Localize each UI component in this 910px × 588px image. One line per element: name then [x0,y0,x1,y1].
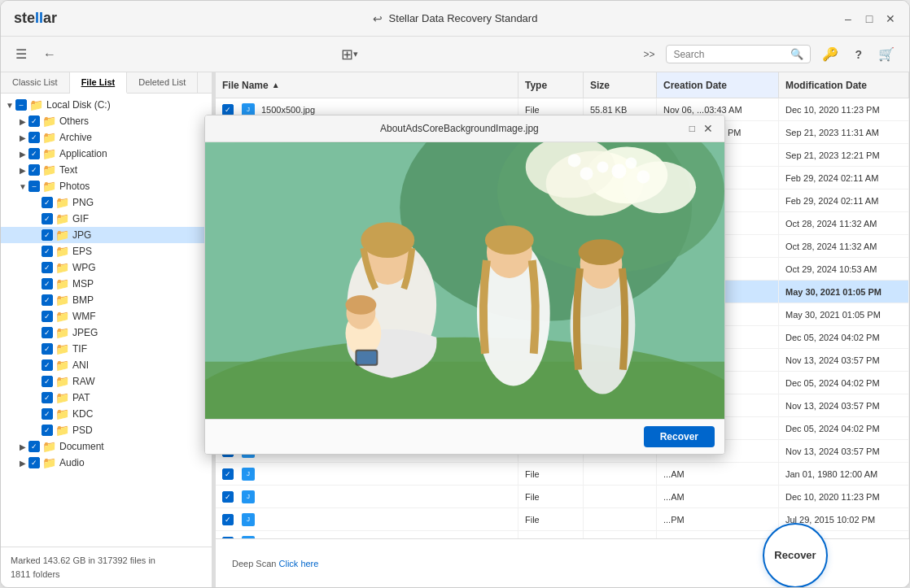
tree-checkbox-document[interactable]: ✓ [28,441,40,452]
tree-checkbox-bmp[interactable]: ✓ [42,294,53,306]
file-row[interactable]: ✓JFile...AMDec 10, 2020 11:23 PM [216,486,909,508]
help-button[interactable]: ? [850,45,867,64]
tree-checkbox-ani[interactable]: ✓ [42,359,53,371]
key-button[interactable]: 🔑 [817,43,843,65]
col-filename-label: File Name [222,80,269,91]
file-row[interactable]: ✓JFile...AMJan 01, 1980 12:00 AM [216,463,909,486]
tree-checkbox-eps[interactable]: ✓ [42,246,53,257]
tree-item-application[interactable]: ▶ ✓ 📁 Application [1,146,212,162]
tree-item-text[interactable]: ▶ ✓ 📁 Text [1,162,212,178]
search-input[interactable] [673,49,787,60]
tree-item-photos[interactable]: ▼ – 📁 Photos [1,178,212,194]
tree-checkbox-wpg[interactable]: ✓ [42,262,53,273]
window-controls: – □ ✕ [842,13,896,24]
tree-arrow-local-disk: ▼ [4,101,15,110]
tree-item-msp[interactable]: ✓ 📁 MSP [1,276,212,292]
file-cell-creation: ...PM [657,508,779,530]
file-cell-modified: Nov 13, 2024 03:57 PM [779,349,909,371]
tree-checkbox-application[interactable]: ✓ [28,148,40,159]
tree-checkbox-tif[interactable]: ✓ [42,343,53,355]
tree-checkbox-photos[interactable]: – [28,181,40,192]
tree-checkbox-raw[interactable]: ✓ [42,376,53,387]
folder-icon-text: 📁 [42,163,56,176]
tree-label-jpg: JPG [72,229,91,241]
tree-item-raw[interactable]: ✓ 📁 RAW [1,373,212,390]
back-button[interactable]: ← [38,44,61,65]
file-row-checkbox[interactable]: ✓ [222,491,234,503]
tree-item-gif[interactable]: ✓ 📁 GIF [1,211,212,227]
title-bar: stellar ↩ Stellar Data Recovery Standard… [1,1,909,37]
file-cell-name: ✓J [216,508,518,530]
tree-item-archive[interactable]: ▶ ✓ 📁 Archive [1,129,212,146]
tree-checkbox-pat[interactable]: ✓ [42,392,53,403]
tree-item-local-disk[interactable]: ▼ – 📁 Local Disk (C:) [1,97,212,113]
tree-checkbox-msp[interactable]: ✓ [42,278,53,290]
tree-item-jpg[interactable]: ✓ 📁 JPG [1,227,212,243]
modal-recover-button[interactable]: Recover [644,426,715,447]
tree-checkbox-gif[interactable]: ✓ [42,213,53,224]
file-cell-type: File [518,486,584,507]
tree-item-kdc[interactable]: ✓ 📁 KDC [1,406,212,422]
click-here-link[interactable]: Click here [279,559,319,568]
folder-icon-others: 📁 [42,115,56,128]
menu-button[interactable]: ☰ [11,43,32,65]
tree-arrow-others: ▶ [17,117,28,126]
tree-item-tif[interactable]: ✓ 📁 TIF [1,341,212,357]
tree-item-wmf[interactable]: ✓ 📁 WMF [1,308,212,324]
file-cell-modified: Jan 01, 1980 12:00 AM [779,463,909,485]
toolbar-right: >> 🔍 🔑 ? 🛒 [638,43,899,65]
tab-file-list[interactable]: File List [70,72,128,94]
tree-item-bmp[interactable]: ✓ 📁 BMP [1,292,212,308]
tree-item-ani[interactable]: ✓ 📁 ANI [1,357,212,373]
maximize-button[interactable]: □ [864,13,875,24]
tree-item-wpg[interactable]: ✓ 📁 WPG [1,259,212,276]
col-header-type[interactable]: Type [518,72,584,98]
app-logo: stellar [14,10,57,27]
svg-point-9 [611,163,626,178]
file-cell-modified: May 30, 2021 01:05 PM [779,303,909,325]
minimize-button[interactable]: – [842,13,854,24]
tree-checkbox-wmf[interactable]: ✓ [42,311,53,322]
tab-classic-list[interactable]: Classic List [1,72,70,93]
folder-icon-gif: 📁 [55,212,69,225]
tree-item-document[interactable]: ▶ ✓ 📁 Document [1,438,212,455]
modal-maximize-button[interactable]: □ [689,123,695,134]
tree-item-png[interactable]: ✓ 📁 PNG [1,194,212,211]
col-header-creation[interactable]: Creation Date [657,72,779,98]
tree-item-eps[interactable]: ✓ 📁 EPS [1,243,212,259]
recover-circle-button[interactable]: Recover [763,523,828,588]
close-button[interactable]: ✕ [885,13,896,24]
file-row-checkbox[interactable]: ✓ [222,104,234,115]
tree-checkbox-psd[interactable]: ✓ [42,425,53,436]
chevron-button[interactable]: >> [638,46,659,63]
file-row-checkbox[interactable]: ✓ [222,468,234,480]
col-header-modified[interactable]: Modification Date [779,72,909,98]
col-header-filename[interactable]: File Name ▲ [216,72,518,98]
tree-checkbox-text[interactable]: ✓ [28,164,40,176]
col-type-label: Type [525,80,547,91]
tree-checkbox-local-disk[interactable]: – [15,99,27,111]
tree-checkbox-others[interactable]: ✓ [28,115,40,127]
folder-icon-kdc: 📁 [55,407,69,420]
file-row-checkbox[interactable]: ✓ [222,514,234,525]
tree-checkbox-jpg[interactable]: ✓ [42,229,53,241]
tab-deleted-list[interactable]: Deleted List [127,72,198,93]
modal-close-button[interactable]: ✕ [700,120,716,137]
deep-scan-label: Deep Scan [232,559,276,568]
grid-view-button[interactable]: ⊞▾ [336,42,363,67]
cart-button[interactable]: 🛒 [873,43,899,65]
tree-item-jpeg[interactable]: ✓ 📁 JPEG [1,324,212,341]
tree-checkbox-archive[interactable]: ✓ [28,132,40,143]
toolbar-left: ☰ ← [11,43,61,65]
folder-icon-ani: 📁 [55,359,69,372]
tree-arrow-text: ▶ [17,166,28,175]
tree-checkbox-jpeg[interactable]: ✓ [42,327,53,338]
tree-item-psd[interactable]: ✓ 📁 PSD [1,422,212,438]
tree-checkbox-kdc[interactable]: ✓ [42,408,53,420]
tree-item-audio[interactable]: ▶ ✓ 📁 Audio [1,455,212,471]
col-header-size[interactable]: Size [584,72,657,98]
tree-checkbox-png[interactable]: ✓ [42,197,53,208]
tree-item-pat[interactable]: ✓ 📁 PAT [1,390,212,406]
tree-checkbox-audio[interactable]: ✓ [28,457,40,468]
tree-item-others[interactable]: ▶ ✓ 📁 Others [1,113,212,129]
